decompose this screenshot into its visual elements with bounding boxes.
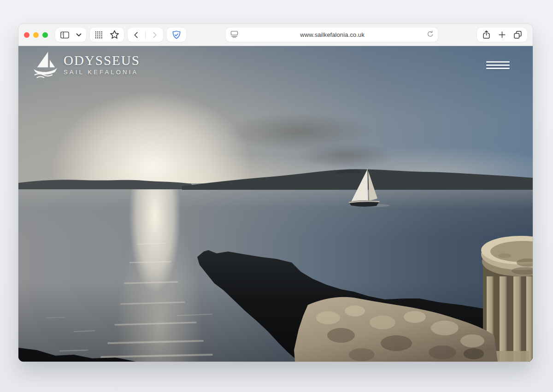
minimize-window-button[interactable] bbox=[33, 32, 39, 38]
hamburger-bar bbox=[486, 68, 510, 69]
share-icon[interactable] bbox=[482, 30, 491, 40]
traffic-lights bbox=[24, 32, 48, 38]
page-icon[interactable] bbox=[230, 29, 239, 40]
logo-text: ODYSSEUS SAIL KEFALONIA bbox=[64, 53, 140, 76]
hamburger-menu-icon[interactable] bbox=[486, 61, 510, 69]
webpage-hero: ODYSSEUS SAIL KEFALONIA bbox=[18, 46, 533, 362]
url-text: www.sailkefalonia.co.uk bbox=[239, 31, 426, 38]
hero-scene-graphics bbox=[18, 46, 533, 362]
zoom-window-button[interactable] bbox=[42, 32, 48, 38]
grid-icon[interactable] bbox=[94, 30, 103, 39]
close-window-button[interactable] bbox=[24, 32, 29, 38]
new-tab-icon[interactable] bbox=[498, 30, 506, 39]
privacy-shield-icon[interactable] bbox=[171, 30, 182, 40]
hamburger-bar bbox=[486, 64, 510, 66]
sun-glitter bbox=[46, 243, 212, 357]
history-nav-group bbox=[128, 28, 163, 42]
logo-subtitle: SAIL KEFALONIA bbox=[64, 69, 140, 76]
url-bar-area: www.sailkefalonia.co.uk bbox=[190, 28, 473, 42]
chevron-down-icon[interactable] bbox=[76, 33, 82, 37]
favorites-group bbox=[90, 28, 124, 42]
site-logo[interactable]: ODYSSEUS SAIL KEFALONIA bbox=[31, 51, 140, 78]
address-bar[interactable]: www.sailkefalonia.co.uk bbox=[226, 28, 438, 42]
horizon-hills bbox=[18, 169, 533, 190]
divider bbox=[145, 31, 146, 39]
browser-toolbar: www.sailkefalonia.co.uk bbox=[18, 24, 533, 46]
privacy-group bbox=[167, 28, 186, 42]
sidebar-group bbox=[55, 28, 86, 42]
back-icon[interactable] bbox=[132, 31, 141, 39]
reload-icon[interactable] bbox=[426, 30, 434, 40]
tabs-icon[interactable] bbox=[513, 30, 523, 40]
browser-window: www.sailkefalonia.co.uk bbox=[18, 24, 533, 362]
window-actions-group bbox=[477, 28, 527, 42]
forward-icon[interactable] bbox=[150, 31, 159, 39]
sidebar-icon[interactable] bbox=[60, 31, 70, 39]
logo-title: ODYSSEUS bbox=[64, 53, 140, 67]
hamburger-bar bbox=[486, 61, 510, 63]
sailboat-logo-icon bbox=[31, 51, 59, 78]
star-icon[interactable] bbox=[110, 30, 119, 40]
